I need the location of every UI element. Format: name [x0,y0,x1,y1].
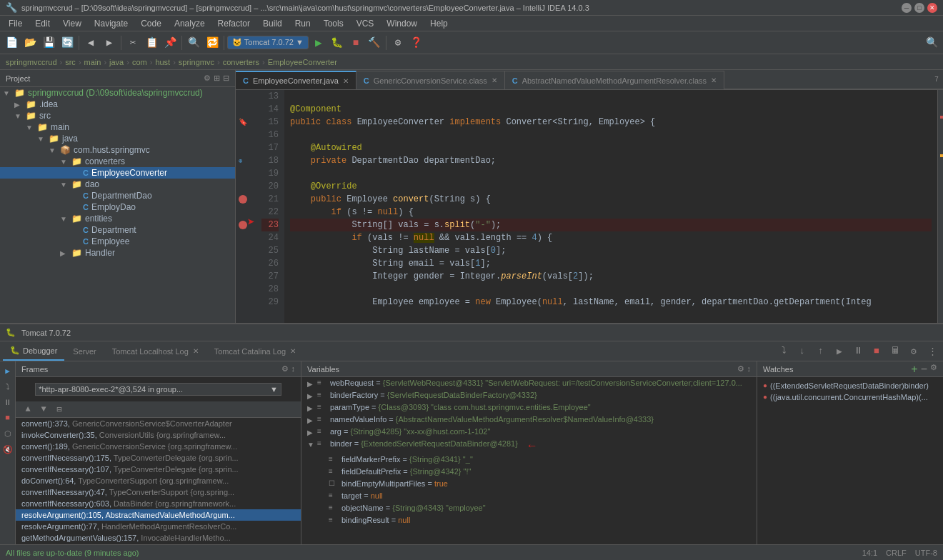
breadcrumb-item-8[interactable]: EmployeeConverter [268,58,337,66]
tree-item-main[interactable]: ▼ 📁 main [0,121,235,133]
frame-item-8[interactable]: resolveArgument():105, AbstractNamedValu… [16,509,301,521]
code-editor[interactable]: 🔖 ⊕ ➤ [236,90,943,323]
menu-tools[interactable]: Tools [318,17,349,30]
maximize-button[interactable]: □ [914,3,924,13]
tomcat-localhost-close[interactable]: ✕ [193,347,199,355]
sidebar-gear-icon[interactable]: ⚙ [204,74,211,83]
debug-settings-button[interactable]: ⚙ [906,344,922,359]
debug-tab-server[interactable]: Server [66,342,103,361]
var-target[interactable]: ▶ ≡ target = null [301,490,757,502]
var-named-value-info[interactable]: ▶ ≡ namedValueInfo = {AbstractNamedValue… [301,414,757,426]
debug-button[interactable]: 🐛 [329,34,346,51]
tree-item-departmentdao[interactable]: ▶ C DepartmentDao [0,190,235,201]
menu-code[interactable]: Code [135,17,167,30]
debug-tab-debugger[interactable]: 🐛 Debugger [3,342,64,361]
back-button[interactable]: ◀ [82,34,99,51]
frame-item-6[interactable]: convertIfNecessary():47, TypeConverterSu… [16,486,301,498]
breadcrumb-item-0[interactable]: springmvccrud [6,58,57,66]
settings-button[interactable]: ⚙ [389,34,406,51]
breadcrumb-item-7[interactable]: converters [223,58,259,66]
tab-abstract-named[interactable]: C AbstractNamedValueMethodArgumentResolv… [505,71,724,89]
search-everywhere-button[interactable]: 🔍 [923,34,940,51]
sidebar-collapse-icon[interactable]: ⊟ [223,74,229,83]
code-content[interactable]: @Component public class EmployeeConverte… [284,90,937,323]
resume-button[interactable]: ▶ [832,344,847,359]
save-button[interactable]: 💾 [40,34,57,51]
debug-tab-catalina[interactable]: Tomcat Catalina Log ✕ [207,342,303,361]
cursor-position[interactable]: 14:1 [862,549,877,557]
var-object-name[interactable]: ▶ ≡ objectName = {String@4343} "employee… [301,502,757,514]
paste-button[interactable]: 📌 [161,34,179,51]
breadcrumb-item-3[interactable]: java [109,58,124,66]
thread-selector[interactable]: *http-apr-8080-exec-2*@3,524 in group...… [35,383,281,396]
var-arg[interactable]: ▶ ≡ arg = {String@4285} "xx-xx@hust.com-… [301,426,757,438]
menu-navigate[interactable]: Navigate [89,17,134,30]
frame-item-4[interactable]: convertIfNecessary():107, TypeConverterD… [16,464,301,475]
run-button[interactable]: ▶ [310,34,327,51]
menu-view[interactable]: View [57,17,87,30]
tree-item-java[interactable]: ▼ 📁 java [0,133,235,144]
sync-button[interactable]: 🔄 [59,34,76,51]
run-config-selector[interactable]: 🐱 Tomcat 7.0.72 ▼ [227,36,309,49]
open-button[interactable]: 📂 [21,34,39,51]
menu-run[interactable]: Run [289,17,316,30]
tree-item-src[interactable]: ▼ 📁 src [0,110,235,121]
frame-item-0[interactable]: convert():373, GenericConversionService$… [16,418,301,429]
find-button[interactable]: 🔍 [185,34,202,51]
tab-close-employee[interactable]: ✕ [343,77,349,85]
minimize-button[interactable]: ─ [902,3,912,13]
tab-employee-converter[interactable]: C EmployeeConverter.java ✕ [236,71,356,89]
var-web-request[interactable]: ▶ ≡ webRequest = {ServletWebRequest@4331… [301,377,757,389]
menu-vcs[interactable]: VCS [351,17,380,30]
step-into-button[interactable]: ↓ [794,344,810,359]
frame-item-7[interactable]: convertIfNecessary():603, DataBinder {or… [16,498,301,509]
frame-item-2[interactable]: convert():189, GenericConversionService … [16,441,301,452]
watches-remove-icon[interactable]: − [921,363,927,376]
replace-button[interactable]: 🔁 [204,34,221,51]
menu-help[interactable]: Help [424,17,454,30]
watches-add-icon[interactable]: + [911,363,917,376]
frame-item-1[interactable]: invokeConverter():35, ConversionUtils {o… [16,429,301,441]
menu-file[interactable]: File [3,17,28,30]
breadcrumb-item-6[interactable]: springmvc [179,58,214,66]
tree-item-idea[interactable]: ▶ 📁 .idea [0,99,235,110]
stop-side-button[interactable]: ■ [1,411,14,424]
stop-button[interactable]: ■ [347,34,364,51]
tree-item-handler[interactable]: ▶ 📁 Handler [0,247,235,259]
var-field-default-prefix[interactable]: ▶ ≡ fieldDefaultPrefix = {String@4342} "… [301,466,757,478]
step-over-side-button[interactable]: ⤵ [1,380,14,393]
evaluate-button[interactable]: 🖩 [887,344,903,359]
frame-filter-button[interactable]: ⊟ [53,403,66,416]
pause-button[interactable]: ⏸ [850,344,866,359]
frames-gear-icon[interactable]: ⚙ [281,364,289,374]
watch-item-0[interactable]: ● ((ExtendedServletRequestDataBinder)bin… [757,380,943,391]
var-field-marker-prefix[interactable]: ▶ ≡ fieldMarkerPrefix = {String@4341} "_… [301,454,757,466]
breakpoint-icon[interactable] [239,195,247,204]
copy-button[interactable]: 📋 [143,34,160,51]
debug-more-button[interactable]: ⋮ [924,344,940,359]
catalina-close[interactable]: ✕ [290,347,296,355]
tree-item-converters[interactable]: ▼ 📁 converters [0,156,235,167]
frame-up-button[interactable]: ▲ [21,403,34,416]
tree-item-entities[interactable]: ▼ 📁 entities [0,213,235,224]
sidebar-expand-icon[interactable]: ⊞ [214,74,220,83]
tab-close-generic[interactable]: ✕ [492,76,497,84]
breakpoint-2-icon[interactable] [239,221,247,229]
breadcrumb-item-2[interactable]: main [84,58,101,66]
variables-gear-icon[interactable]: ⚙ [737,364,744,374]
encoding[interactable]: UTF-8 [915,549,937,557]
variables-expand-icon[interactable]: ↕ [747,364,752,374]
new-file-button[interactable]: 📄 [3,34,20,51]
tree-item-employee-converter[interactable]: ▶ C EmployeeConverter [0,167,235,179]
stop-debug-button[interactable]: ■ [869,344,884,359]
close-button[interactable]: ✕ [927,3,937,13]
frame-item-5[interactable]: doConvert():64, TypeConverterSupport {or… [16,475,301,486]
tree-item-employee[interactable]: ▶ C Employee [0,236,235,247]
var-binding-result[interactable]: ▶ ≡ bindingResult = null [301,514,757,526]
build-button[interactable]: 🔨 [366,34,383,51]
tree-item-employdao[interactable]: ▶ C EmployDao [0,201,235,213]
help-button[interactable]: ❓ [408,34,425,51]
mute-button[interactable]: 🔇 [1,443,14,456]
var-bind-empty[interactable]: ▶ ☐ bindEmptyMultipartFiles = true [301,478,757,490]
tab-generic-conversion[interactable]: C GenericConversionService.class ✕ [356,71,505,89]
